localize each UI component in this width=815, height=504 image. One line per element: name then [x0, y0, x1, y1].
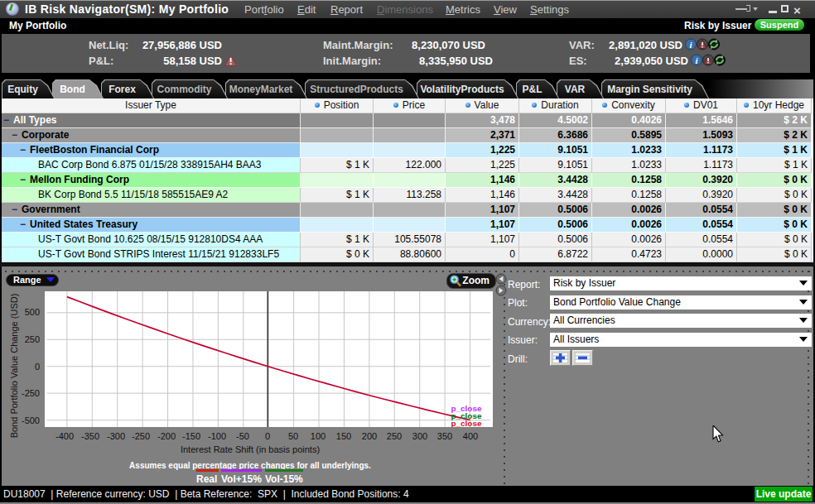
svg-text:p_close: p_close: [451, 419, 481, 427]
